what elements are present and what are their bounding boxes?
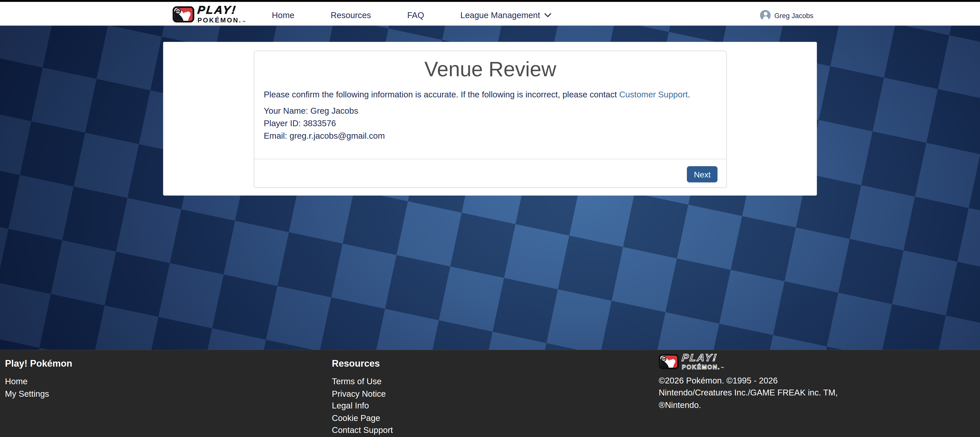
- brand-pokemon-text: POKÉMON.: [682, 364, 720, 370]
- footer-play-pokemon-logo: PLAY! POKÉMON.™: [659, 354, 838, 369]
- nav-item-faq[interactable]: FAQ: [407, 11, 424, 20]
- copyright-line: ®Nintendo.: [659, 399, 838, 411]
- copyright-notice: ©2026 Pokémon. ©1995 - 2026 Nintendo/Cre…: [659, 375, 838, 411]
- page-footer: Play! Pokémon Home My Settings Resources…: [0, 350, 980, 437]
- content-card: Venue Review Please confirm the followin…: [163, 42, 817, 195]
- page-title: Venue Review: [254, 57, 726, 81]
- divider: [254, 159, 726, 159]
- user-avatar-icon: [760, 10, 771, 21]
- next-button[interactable]: Next: [687, 166, 717, 183]
- trademark-symbol: ™: [242, 21, 247, 24]
- nav-item-league-management-label: League Management: [460, 11, 540, 20]
- footer-link-privacy-notice[interactable]: Privacy Notice: [332, 388, 393, 400]
- footer-brand-column: PLAY! POKÉMON.™ ©2026 Pokémon. ©1995 - 2…: [659, 354, 838, 411]
- page: PLAY! POKÉMON.™ Home Resources FAQ Leagu…: [0, 0, 980, 437]
- footer-heading-resources: Resources: [332, 358, 393, 369]
- field-player-id: Player ID: 3833576: [264, 118, 385, 130]
- brand-pokemon-text: POKÉMON.: [197, 17, 242, 24]
- intro-text: Please confirm the following information…: [264, 90, 619, 99]
- footer-link-terms-of-use[interactable]: Terms of Use: [332, 375, 393, 388]
- footer-link-my-settings[interactable]: My Settings: [5, 388, 72, 400]
- footer-column-resources: Resources Terms of Use Privacy Notice Le…: [332, 358, 393, 437]
- play-pokemon-logo-mark: [659, 354, 679, 369]
- chevron-down-icon: [544, 13, 552, 17]
- footer-link-home[interactable]: Home: [5, 375, 72, 388]
- nav-item-resources[interactable]: Resources: [331, 11, 371, 20]
- footer-column-play-pokemon: Play! Pokémon Home My Settings: [5, 358, 72, 400]
- user-name: Greg Jacobs: [775, 11, 813, 19]
- field-email: Email: greg.r.jacobs@gmail.com: [264, 130, 385, 143]
- confirmation-text: Please confirm the following information…: [264, 90, 717, 100]
- footer-link-legal-info[interactable]: Legal Info: [332, 400, 393, 412]
- footer-link-contact-support[interactable]: Contact Support: [332, 424, 393, 437]
- player-info: Your Name: Greg Jacobs Player ID: 383357…: [264, 105, 385, 143]
- main-menu: Home Resources FAQ League Management: [272, 4, 552, 27]
- top-nav: PLAY! POKÉMON.™ Home Resources FAQ Leagu…: [0, 0, 980, 25]
- play-pokemon-logo-mark: [172, 6, 194, 22]
- footer-heading-play-pokemon: Play! Pokémon: [5, 358, 72, 369]
- main-area: Venue Review Please confirm the followin…: [0, 25, 980, 350]
- venue-review-panel: Venue Review Please confirm the followin…: [254, 51, 727, 188]
- user-menu[interactable]: Greg Jacobs: [760, 4, 813, 27]
- play-pokemon-logo[interactable]: PLAY! POKÉMON.™: [172, 4, 247, 24]
- nav-item-league-management[interactable]: League Management: [460, 11, 552, 20]
- trademark-symbol: ™: [721, 367, 725, 370]
- nav-item-home[interactable]: Home: [272, 11, 294, 20]
- field-your-name: Your Name: Greg Jacobs: [264, 105, 385, 118]
- copyright-line: ©2026 Pokémon. ©1995 - 2026: [659, 375, 838, 387]
- customer-support-link[interactable]: Customer Support: [619, 90, 688, 99]
- intro-suffix: .: [688, 90, 690, 99]
- footer-link-cookie-page[interactable]: Cookie Page: [332, 412, 393, 424]
- brand-play-text: PLAY!: [681, 353, 725, 363]
- copyright-line: Nintendo/Creatures Inc./GAME FREAK inc. …: [659, 387, 838, 399]
- brand-play-text: PLAY!: [197, 5, 247, 16]
